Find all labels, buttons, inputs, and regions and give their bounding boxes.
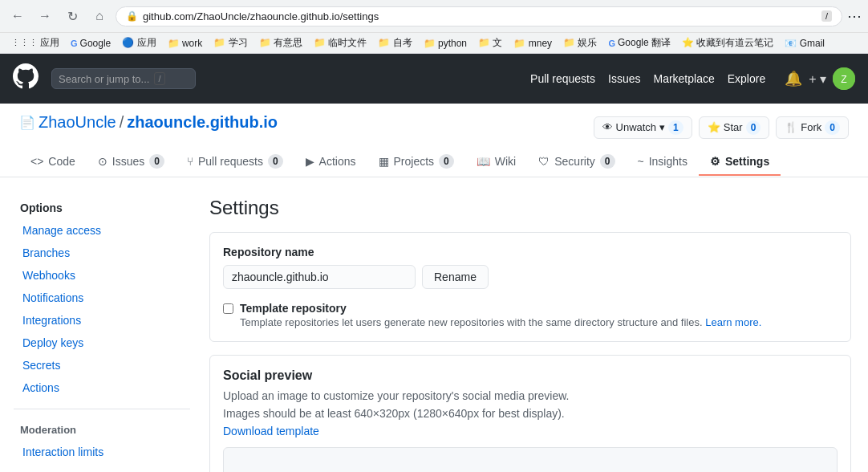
sidebar-item-deploy-keys[interactable]: Deploy keys (14, 332, 190, 354)
nav-explore[interactable]: Explore (728, 72, 765, 85)
star-count: 0 (746, 120, 761, 135)
repo-tabs: <> Code ⊙ Issues 0 ⑂ Pull requests 0 ▶ A… (19, 148, 849, 177)
social-preview-title: Social preview (223, 368, 838, 383)
file-icon: 📄 (19, 115, 35, 130)
star-label: Star (724, 121, 743, 133)
bookmark-mney[interactable]: 📁 mney (509, 36, 557, 51)
template-repo-row: Template repository Template repositorie… (223, 302, 838, 328)
tab-actions[interactable]: ▶ Actions (294, 149, 367, 176)
slash-shortcut: / (821, 10, 832, 22)
search-text: Search or jump to... (59, 73, 149, 85)
learn-more-link[interactable]: Learn more. (705, 316, 761, 328)
browser-toolbar: ← → ↻ ⌂ 🔒 github.com/ZhaoUncle/zhaouncle… (0, 0, 868, 32)
star-button[interactable]: ⭐ Star 0 (699, 116, 770, 139)
tab-projects[interactable]: ▦ Projects 0 (367, 148, 465, 177)
options-heading: Options (14, 197, 190, 219)
unwatch-label: Unwatch (616, 121, 657, 133)
repo-name-link[interactable]: zhaouncle.github.io (127, 113, 278, 132)
tab-pull-requests[interactable]: ⑂ Pull requests 0 (176, 148, 294, 177)
fork-button[interactable]: 🍴 Fork 0 (776, 116, 849, 139)
lock-icon: 🔒 (126, 10, 138, 22)
bookmark-python[interactable]: 📁 python (419, 36, 472, 51)
sidebar-item-branches[interactable]: Branches (14, 242, 190, 264)
github-logo[interactable] (13, 63, 39, 94)
search-box[interactable]: Search or jump to... / (51, 68, 196, 89)
template-repo-text: Template repository Template repositorie… (240, 302, 761, 328)
repo-breadcrumb: 📄 ZhaoUncle / zhaouncle.github.io (19, 113, 278, 132)
issues-icon: ⊙ (98, 155, 107, 168)
settings-content: Settings Repository name Rename Template… (209, 197, 851, 472)
address-bar[interactable]: 🔒 github.com/ZhaoUncle/zhaouncle.github.… (116, 6, 842, 26)
forward-button[interactable]: → (34, 5, 56, 27)
notification-bell[interactable]: 🔔 (785, 70, 802, 87)
nav-pull-requests[interactable]: Pull requests (530, 72, 595, 85)
repo-action-buttons: 👁 Unwatch ▾ 1 ⭐ Star 0 🍴 Fork 0 (594, 116, 849, 139)
projects-icon: ▦ (379, 155, 389, 168)
download-template-link[interactable]: Download template (223, 425, 319, 437)
bookmark-apps2[interactable]: 🔵 应用 (117, 35, 160, 51)
bookmark-apps[interactable]: ⋮⋮⋮ 应用 (6, 35, 64, 51)
bookmark-exam[interactable]: 📁 自考 (373, 35, 416, 51)
insights-icon: ~ (638, 155, 644, 168)
rename-button[interactable]: Rename (422, 265, 489, 289)
sidebar-item-notifications[interactable]: Notifications (14, 287, 190, 309)
sidebar-item-webhooks[interactable]: Webhooks (14, 264, 190, 287)
repo-owner-link[interactable]: ZhaoUncle (39, 113, 116, 132)
template-repo-description: Template repositories let users generate… (240, 316, 761, 328)
breadcrumb-separator: / (120, 113, 124, 132)
url-text: github.com/ZhaoUncle/zhaouncle.github.io… (143, 10, 817, 22)
nav-issues[interactable]: Issues (608, 72, 640, 85)
tab-wiki[interactable]: 📖 Wiki (465, 149, 527, 176)
bookmark-wen[interactable]: 📁 文 (473, 35, 507, 51)
sidebar-item-interaction-limits[interactable]: Interaction limits (14, 441, 190, 463)
tab-insights[interactable]: ~ Insights (627, 149, 699, 176)
repo-name-input[interactable] (223, 265, 416, 289)
moderation-heading: Moderation (14, 419, 190, 441)
refresh-button[interactable]: ↻ (61, 5, 83, 27)
unwatch-button[interactable]: 👁 Unwatch ▾ 1 (594, 116, 692, 139)
fork-label: Fork (801, 121, 821, 133)
settings-sidebar: Options Manage access Branches Webhooks … (14, 197, 190, 472)
template-repo-label[interactable]: Template repository (240, 302, 347, 315)
social-preview-desc1: Upload an image to customize your reposi… (223, 389, 838, 402)
browser-chrome: ← → ↻ ⌂ 🔒 github.com/ZhaoUncle/zhaouncle… (0, 0, 868, 54)
wiki-icon: 📖 (477, 155, 490, 168)
home-button[interactable]: ⌂ (88, 5, 111, 27)
sidebar-divider (14, 409, 190, 409)
security-icon: 🛡 (538, 155, 550, 168)
plus-button[interactable]: + ▾ (809, 71, 826, 87)
template-repo-checkbox[interactable] (223, 303, 233, 314)
bookmark-temp[interactable]: 📁 临时文件 (309, 35, 371, 51)
bookmark-translate[interactable]: G Google 翻译 (603, 35, 675, 51)
repo-header: 📄 ZhaoUncle / zhaouncle.github.io 👁 Unwa… (0, 104, 868, 177)
page-title: Settings (209, 197, 851, 219)
toolbar-extensions: ⋯ (847, 7, 862, 25)
bookmarks-bar: ⋮⋮⋮ 应用 G Google 🔵 应用 📁 work 📁 学习 📁 有意思 📁… (0, 32, 868, 53)
tab-settings[interactable]: ⚙ Settings (699, 149, 781, 176)
nav-marketplace[interactable]: Marketplace (653, 72, 714, 85)
bookmark-study[interactable]: 📁 学习 (209, 35, 252, 51)
extension-icons[interactable]: ⋯ (847, 7, 862, 25)
repo-name-section: Repository name Rename Template reposito… (209, 232, 851, 342)
sidebar-item-integrations[interactable]: Integrations (14, 309, 190, 332)
pr-icon: ⑂ (187, 155, 193, 168)
bookmark-interesting[interactable]: 📁 有意思 (254, 35, 307, 51)
sidebar-item-secrets[interactable]: Secrets (14, 354, 190, 376)
social-preview-section: Social preview Upload an image to custom… (209, 355, 851, 472)
bookmark-entertainment[interactable]: 📁 娱乐 (558, 35, 602, 51)
search-shortcut: / (154, 72, 164, 85)
bookmark-youdao[interactable]: ⭐ 收藏到有道云笔记 (677, 35, 778, 51)
bookmark-work[interactable]: 📁 work (163, 36, 208, 51)
sidebar-item-actions[interactable]: Actions (14, 376, 190, 399)
code-icon: <> (30, 155, 43, 168)
tab-issues[interactable]: ⊙ Issues 0 (87, 148, 176, 177)
bookmark-google[interactable]: G Google (66, 36, 116, 51)
unwatch-dropdown-icon: ▾ (659, 121, 665, 133)
sidebar-item-manage-access[interactable]: Manage access (14, 219, 190, 242)
user-avatar[interactable]: Z (833, 67, 855, 90)
eye-icon: 👁 (602, 121, 613, 133)
bookmark-gmail[interactable]: 📧 Gmail (780, 36, 829, 51)
tab-code[interactable]: <> Code (19, 149, 87, 176)
tab-security[interactable]: 🛡 Security 0 (527, 148, 626, 177)
back-button[interactable]: ← (6, 5, 29, 27)
